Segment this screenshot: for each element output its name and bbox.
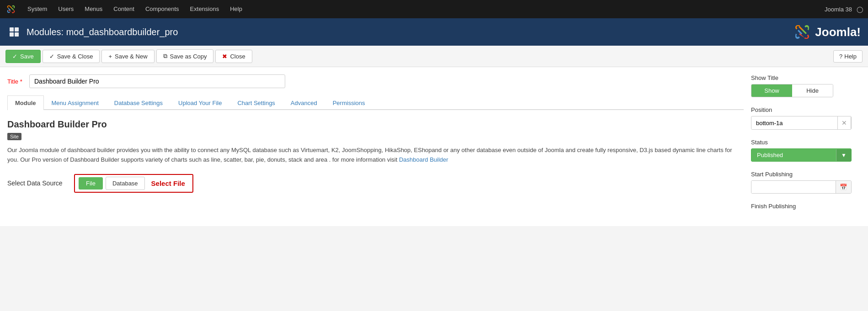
data-source-label: Select Data Source — [7, 179, 67, 187]
title-row: Title * — [7, 74, 744, 88]
joomla-logo: Joomla! — [793, 23, 861, 41]
tab-menu-assignment[interactable]: Menu Assignment — [44, 95, 107, 110]
page-title: Modules: mod_dashboardbuilder_pro — [27, 27, 793, 37]
module-description: Our Joomla module of dashboard builder p… — [7, 146, 744, 165]
calendar-button[interactable]: 📅 — [836, 181, 851, 193]
position-section: Position ✕ ▼ — [751, 106, 861, 130]
joomla-version-link[interactable]: Joomla 38 — [825, 6, 852, 13]
module-section-title: Dashboard Builder Pro — [7, 119, 744, 130]
top-navigation: System Users Menus Content Components Ex… — [0, 0, 868, 18]
top-nav-right: Joomla 38 ◯ — [825, 6, 863, 13]
svg-rect-2 — [10, 32, 14, 37]
dashboard-builder-link[interactable]: Dashboard Builder — [399, 156, 448, 163]
tabs-nav: Module Menu Assignment Database Settings… — [7, 95, 744, 110]
data-source-row: Select Data Source File Database Select … — [7, 174, 744, 193]
save-icon: ✓ — [12, 53, 17, 60]
nav-menus[interactable]: Menus — [79, 0, 108, 18]
tab-permissions[interactable]: Permissions — [325, 95, 373, 110]
copy-icon: ⧉ — [163, 53, 167, 60]
close-icon: ✖ — [222, 53, 227, 60]
content-area: Title * Module Menu Assignment Database … — [0, 67, 868, 226]
start-publishing-section: Start Publishing 📅 — [751, 171, 861, 194]
module-content-section: Dashboard Builder Pro Site Our Joomla mo… — [7, 119, 744, 165]
tab-module[interactable]: Module — [7, 95, 44, 110]
module-icon — [7, 25, 21, 39]
show-title-label: Show Title — [751, 74, 861, 81]
show-title-toggle: Show Hide — [751, 84, 833, 97]
status-value: Published — [751, 149, 836, 161]
show-button[interactable]: Show — [751, 84, 792, 97]
nav-users[interactable]: Users — [53, 0, 79, 18]
finish-publishing-section: Finish Publishing — [751, 203, 861, 210]
save-button[interactable]: ✓ Save — [5, 50, 41, 63]
nav-components[interactable]: Components — [140, 0, 185, 18]
main-content: Title * Module Menu Assignment Database … — [7, 74, 744, 219]
title-input[interactable] — [29, 74, 285, 88]
side-panel: Show Title Show Hide Position ✕ ▼ Status… — [751, 74, 861, 219]
file-button[interactable]: File — [79, 177, 103, 190]
svg-rect-0 — [10, 27, 14, 32]
joomla-small-logo — [5, 3, 17, 16]
show-title-section: Show Title Show Hide — [751, 74, 861, 97]
select-file-link[interactable]: Select File — [148, 179, 189, 187]
nav-content[interactable]: Content — [108, 0, 140, 18]
status-dropdown-button[interactable]: ▼ — [836, 149, 851, 161]
start-publishing-label: Start Publishing — [751, 171, 861, 178]
top-nav-menu: System Users Menus Content Components Ex… — [22, 0, 825, 18]
position-input-row: ✕ ▼ — [751, 116, 852, 130]
toolbar: ✓ Save ✓ Save & Close + Save & New ⧉ Sav… — [0, 46, 868, 67]
svg-rect-1 — [15, 27, 19, 32]
start-publishing-input[interactable] — [751, 181, 836, 193]
position-label: Position — [751, 106, 861, 113]
tab-database-settings[interactable]: Database Settings — [107, 95, 170, 110]
checkmark-icon: ✓ — [49, 53, 54, 60]
position-clear-button[interactable]: ✕ — [837, 116, 851, 129]
site-badge: Site — [7, 133, 21, 140]
nav-extensions[interactable]: Extensions — [185, 0, 225, 18]
position-input[interactable] — [751, 117, 837, 129]
user-icon[interactable]: ◯ — [857, 6, 863, 13]
tab-upload-file[interactable]: Upload Your File — [170, 95, 229, 110]
save-new-button[interactable]: + Save & New — [101, 50, 154, 63]
tab-chart-settings[interactable]: Chart Settings — [229, 95, 282, 110]
data-source-controls: File Database Select File — [74, 174, 193, 193]
save-close-button[interactable]: ✓ Save & Close — [43, 50, 100, 63]
position-dropdown-button[interactable]: ▼ — [851, 117, 852, 129]
database-button[interactable]: Database — [106, 177, 145, 190]
header-bar: Modules: mod_dashboardbuilder_pro Joomla… — [0, 18, 868, 46]
hide-button[interactable]: Hide — [792, 84, 833, 97]
title-label: Title * — [7, 78, 26, 85]
start-publishing-row: 📅 — [751, 180, 852, 194]
save-copy-button[interactable]: ⧉ Save as Copy — [156, 49, 214, 63]
tab-advanced[interactable]: Advanced — [283, 95, 325, 110]
help-button[interactable]: ? Help — [833, 50, 863, 63]
status-dropdown: Published ▼ — [751, 148, 852, 162]
svg-rect-3 — [15, 32, 19, 37]
question-icon: ? — [839, 53, 842, 60]
nav-help[interactable]: Help — [224, 0, 248, 18]
required-marker: * — [20, 78, 22, 85]
status-section: Status Published ▼ — [751, 139, 861, 162]
nav-system[interactable]: System — [22, 0, 53, 18]
status-label: Status — [751, 139, 861, 146]
plus-icon: + — [108, 53, 112, 60]
close-button[interactable]: ✖ Close — [215, 50, 252, 63]
joomla-brand-text: Joomla! — [815, 25, 861, 39]
finish-publishing-label: Finish Publishing — [751, 203, 861, 210]
